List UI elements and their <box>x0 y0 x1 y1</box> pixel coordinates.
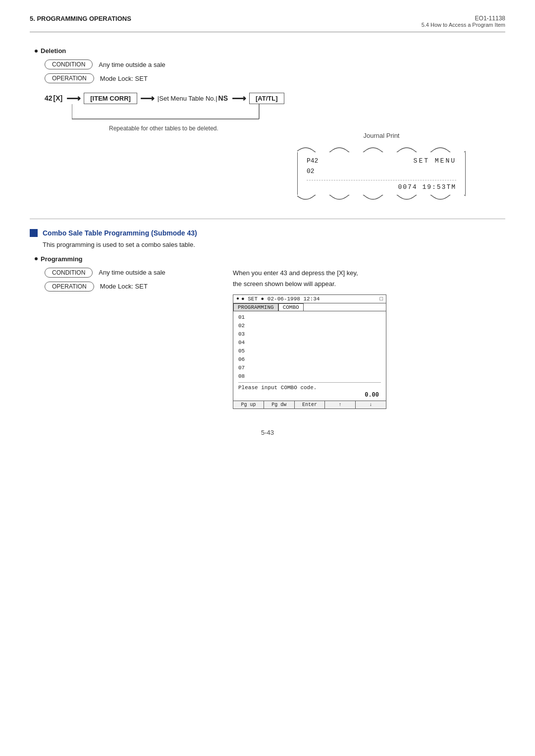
combo-operation-row: OPERATION Mode Lock: SET <box>45 282 218 291</box>
screen-footer: Pg up Pg dw Enter ↑ ↓ <box>233 401 386 408</box>
journal-label: Journal Print <box>297 132 466 139</box>
deletion-condition-row: CONDITION Any time outside a sale <box>45 59 505 69</box>
flow-ns: NS <box>218 94 228 102</box>
combo-title-row: Combo Sale Table Programming (Submode 43… <box>30 229 505 237</box>
screen-tab-combo[interactable]: COMBO <box>278 303 304 311</box>
flow-arrow1: ⟶ <box>66 92 81 104</box>
screen-row-02: 02 <box>238 322 381 330</box>
section-divider <box>30 219 505 219</box>
combo-subtitle: This programming is used to set a combo … <box>43 241 505 248</box>
bullet-dot-2 <box>35 257 38 260</box>
screen-please-text: Please input COMBO code. <box>238 385 381 391</box>
screen-content: 01 02 03 04 05 06 07 08 Please input COM… <box>233 311 386 401</box>
screen-tab-programming[interactable]: PROGRAMMING <box>233 303 278 311</box>
screen-btn-up[interactable]: ↑ <box>325 401 356 408</box>
screen-row-06: 06 <box>238 355 381 364</box>
screen-row-08: 08 <box>238 372 381 381</box>
repeatable-note: Repeatable for other tables to be delete… <box>109 125 505 132</box>
receipt-02: 02 <box>307 167 315 177</box>
receipt-set-menu: SET MENU <box>414 156 456 167</box>
receipt-box: P42 SET MENU 02 0074 19:53TM <box>297 152 466 195</box>
flow-arrow2: ⟶ <box>140 92 155 104</box>
combo-operation-text: Mode Lock: SET <box>100 283 148 290</box>
screen-resize-icon: □ <box>379 296 383 302</box>
operation-badge: OPERATION <box>45 73 94 83</box>
screen-mockup: ● ● SET ● 02-06-1998 12:34 □ PROGRAMMING… <box>233 294 386 409</box>
flow-num: 42 <box>45 94 53 102</box>
screen-btn-pgup[interactable]: Pg up <box>233 401 264 408</box>
deletion-section: Deletion CONDITION Any time outside a sa… <box>30 47 505 204</box>
combo-right-text: When you enter 43 and depress the [X] ke… <box>233 268 505 290</box>
combo-title: Combo Sale Table Programming (Submode 43… <box>43 229 197 237</box>
programming-col-right: When you enter 43 and depress the [X] ke… <box>233 268 505 409</box>
screen-header: ● ● SET ● 02-06-1998 12:34 □ <box>233 295 386 303</box>
receipt-line3: 0074 19:53TM <box>307 183 456 191</box>
programming-col-left: CONDITION Any time outside a sale OPERAT… <box>30 268 218 409</box>
receipt-divider <box>307 180 456 180</box>
screen-btn-enter[interactable]: Enter <box>295 401 325 408</box>
screen-content-divider <box>238 382 381 383</box>
combo-condition-text: Any time outside a sale <box>99 269 165 276</box>
receipt-container: P42 SET MENU 02 0074 19:53TM <box>297 143 466 204</box>
screen-row-04: 04 <box>238 339 381 347</box>
flow-key: [X] <box>54 94 63 102</box>
screen-row-03: 03 <box>238 330 381 339</box>
screen-row-05: 05 <box>238 347 381 355</box>
screen-amount: 0.00 <box>238 392 381 399</box>
deletion-title: Deletion <box>35 47 505 55</box>
page-header: 5. PROGRAMMING OPERATIONS EO1-11138 5.4 … <box>30 15 505 32</box>
flow-bracket: |Set Menu Table No.| <box>158 95 217 102</box>
header-section-ref: 5.4 How to Access a Program Item <box>422 22 505 28</box>
programming-two-col: CONDITION Any time outside a sale OPERAT… <box>30 268 505 409</box>
deletion-operation-row: OPERATION Mode Lock: SET <box>45 73 505 83</box>
screen-btn-down[interactable]: ↓ <box>356 401 386 408</box>
blue-square-icon <box>30 229 38 237</box>
receipt-p42: P42 <box>307 156 318 167</box>
screen-row-07: 07 <box>238 364 381 372</box>
condition-badge: CONDITION <box>45 59 93 69</box>
bullet-dot <box>35 50 38 53</box>
receipt-wave-top <box>297 143 466 152</box>
receipt-wave-bottom <box>297 195 466 204</box>
combo-section: Combo Sale Table Programming (Submode 43… <box>30 229 505 409</box>
screen-bullet: ● <box>236 296 239 301</box>
header-doc-number: EO1-11138 <box>422 15 505 22</box>
condition-text: Any time outside a sale <box>99 61 165 68</box>
combo-condition-badge: CONDITION <box>45 268 93 278</box>
screen-header-text: ● SET ● 02-06-1998 12:34 <box>241 296 320 302</box>
programming-title: Programming <box>35 255 505 263</box>
flow-box2: [AT/TL] <box>249 93 284 104</box>
receipt-line1: P42 SET MENU <box>307 156 456 167</box>
header-section-title: 5. PROGRAMMING OPERATIONS <box>30 15 131 22</box>
operation-text: Mode Lock: SET <box>100 75 148 82</box>
receipt-line2: 02 <box>307 167 456 177</box>
screen-btn-pgdw[interactable]: Pg dw <box>264 401 295 408</box>
flow-arrow3: ⟶ <box>232 92 246 104</box>
flow-box1: [ITEM CORR] <box>84 93 137 104</box>
combo-operation-badge: OPERATION <box>45 282 94 291</box>
page-number: 5-43 <box>30 429 505 436</box>
screen-tab-row: PROGRAMMING COMBO <box>233 303 386 311</box>
combo-condition-row: CONDITION Any time outside a sale <box>45 268 218 278</box>
screen-row-01: 01 <box>238 313 381 322</box>
